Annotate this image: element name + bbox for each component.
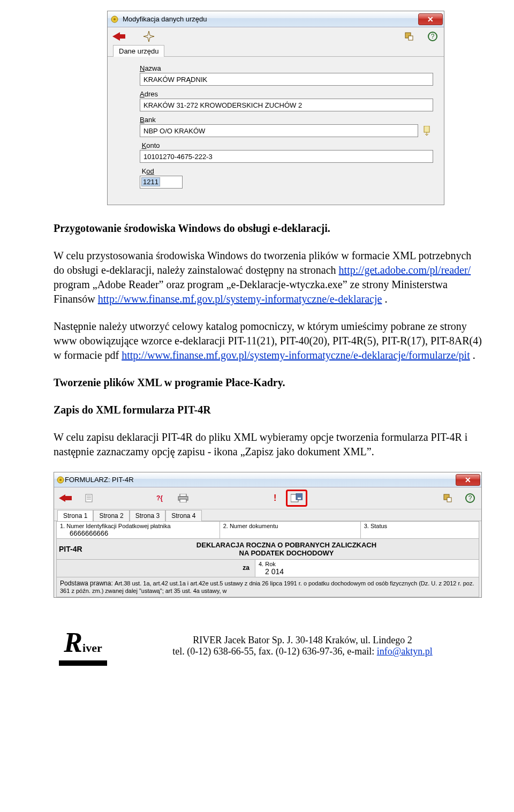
svg-rect-22 (447, 498, 451, 502)
tool-icon[interactable] (402, 31, 416, 42)
label-rok: 4. Rok (259, 561, 475, 567)
heading-save-pit4r: Zapis do XML formularza PIT-4R (54, 403, 482, 417)
label-adres: Adres (140, 90, 433, 98)
label-nip: 1. Numer Identyfikacji Podatkowej płatni… (60, 523, 216, 529)
value-rok: 2 014 (259, 567, 475, 576)
dialog-title: Modyfikacja danych urzędu (123, 15, 418, 23)
tab-strona-1[interactable]: Strona 1 (57, 510, 93, 521)
footer-line2-text: tel. (0-12) 638-66-55, fax. (0-12) 636-9… (172, 646, 376, 657)
svg-marker-2 (112, 32, 125, 41)
app-icon (110, 14, 119, 24)
paragraph-env: W celu przystosowania środowiska Windows… (54, 249, 482, 306)
cell-nip: 1. Numer Identyfikacji Podatkowej płatni… (57, 522, 220, 538)
input-konto[interactable] (140, 150, 433, 163)
form-title-line1: DEKLARACJA ROCZNA O POBRANYCH ZALICZKACH (97, 541, 475, 549)
page-footer: River RIVER Jacek Bator Sp. J. 30-148 Kr… (54, 619, 482, 667)
link-mf-edeklaracje[interactable]: http://www.finanse.mf.gov.pl/systemy-inf… (98, 293, 382, 305)
kod-selection: 1211 (141, 177, 160, 186)
close-button[interactable]: ✕ (456, 474, 480, 486)
footer-text: RIVER Jacek Bator Sp. J. 30-148 Kraków, … (123, 635, 482, 657)
page-icon[interactable] (82, 492, 96, 504)
svg-point-9 (59, 479, 62, 481)
titlebar2[interactable]: FORMULARZ: PIT-4R ✕ (54, 472, 481, 487)
label-kod: .Kod (140, 167, 433, 175)
dialog-modify-office: Modyfikacja danych urzędu ✕ (107, 11, 444, 205)
form-code: PIT-4R (57, 539, 94, 559)
tab-strip: Dane urzędu (108, 44, 444, 57)
river-logo: River (54, 625, 112, 667)
input-nazwa[interactable] (140, 73, 433, 86)
svg-rect-11 (86, 494, 92, 502)
svg-rect-17 (180, 499, 186, 502)
help-icon[interactable]: ? (463, 492, 477, 504)
tab-strona-4[interactable]: Strona 4 (165, 510, 201, 521)
toolbar2: ?{ ! (54, 487, 481, 509)
svg-rect-15 (180, 494, 186, 497)
dialog-formularz-pit4r: FORMULARZ: PIT-4R ✕ ?{ ! (54, 472, 482, 598)
save-xml-icon[interactable] (290, 492, 304, 504)
cell-status: 3. Status (361, 522, 479, 538)
paragraph-catalog: Następnie należy utworzyć celowy katalog… (54, 319, 482, 363)
heading-creating-xml: Tworzenie plików XML w programie Płace-K… (54, 375, 482, 390)
print-icon[interactable] (176, 492, 190, 504)
input-kod[interactable]: 1211 (140, 176, 183, 189)
heading-prep-env: Przygotowanie środowiska Windows do obsł… (54, 221, 482, 236)
svg-text:?: ? (468, 494, 472, 502)
year-box: 4. Rok 2 014 (255, 560, 479, 577)
cell-numer-dok: 2. Numer dokumentu (220, 522, 361, 538)
document-body: Przygotowanie środowiska Windows do obsł… (54, 221, 482, 459)
paragraph-save-pit4r: W celu zapisu deklaracji PIT-4R do pliku… (54, 430, 482, 459)
form-body: Nazwa Adres Bank (108, 57, 444, 205)
link-formularze-pit[interactable]: http://www.finanse.mf.gov.pl/systemy-inf… (122, 349, 470, 361)
input-bank[interactable] (140, 124, 418, 137)
svg-marker-10 (59, 494, 72, 502)
svg-rect-7 (424, 126, 429, 132)
form-title-line2: NA PODATEK DOCHODOWY (97, 549, 475, 557)
svg-text:?: ? (431, 33, 435, 40)
sparkle-icon[interactable] (142, 31, 156, 42)
svg-point-1 (114, 18, 116, 20)
input-adres[interactable] (140, 99, 433, 111)
warning-icon: ! (274, 493, 276, 503)
toolbar: ? (108, 27, 444, 44)
titlebar[interactable]: Modyfikacja danych urzędu ✕ (108, 11, 444, 27)
label-nazwa: Nazwa (140, 64, 433, 72)
tab-strona-2[interactable]: Strona 2 (93, 510, 129, 521)
svg-rect-4 (409, 36, 413, 40)
value-nip: 6666666666 (60, 529, 216, 537)
tab-dane-urzedu[interactable]: Dane urzędu (113, 45, 164, 57)
help-icon[interactable]: ? (426, 31, 440, 42)
text-podstawa: Art.38 ust. 1a, art.42 ust.1a i art.42e … (60, 580, 474, 594)
label-bank: Bank (140, 116, 433, 124)
app-icon (56, 476, 65, 484)
label-status: 3. Status (364, 523, 475, 529)
close-icon: ✕ (465, 476, 471, 484)
footer-email-link[interactable]: info@aktyn.pl (377, 646, 433, 657)
label-podstawa: Podstawa prawna: (60, 580, 113, 587)
page-tabs: Strona 1 Strona 2 Strona 3 Strona 4 (54, 509, 481, 521)
header-row: 1. Numer Identyfikacji Podatkowej płatni… (57, 522, 479, 539)
tool-icon[interactable] (441, 492, 455, 504)
svg-rect-20 (298, 498, 301, 499)
back-icon[interactable] (112, 31, 126, 42)
close-button[interactable]: ✕ (418, 13, 443, 25)
back-icon[interactable] (58, 492, 72, 504)
close-icon: ✕ (427, 16, 434, 23)
legal-basis-row: Podstawa prawna: Art.38 ust. 1a, art.42 … (57, 577, 479, 597)
label-za: za (57, 560, 255, 577)
footer-line1: RIVER Jacek Bator Sp. J. 30-148 Kraków, … (123, 635, 482, 646)
help-hint-icon[interactable]: ?{ (153, 492, 167, 504)
bank-picker-icon[interactable] (421, 126, 433, 136)
declaration-title-row: PIT-4R DEKLARACJA ROCZNA O POBRANYCH ZAL… (57, 539, 479, 560)
year-row: za 4. Rok 2 014 (57, 560, 479, 577)
tab-strona-3[interactable]: Strona 3 (130, 510, 165, 521)
form-grid: 1. Numer Identyfikacji Podatkowej płatni… (56, 521, 479, 597)
label-konto: .Konto (140, 141, 433, 149)
link-adobe-reader[interactable]: http://get.adobe.com/pl/reader/ (339, 264, 471, 276)
label-numer-dok: 2. Numer dokumentu (223, 523, 357, 529)
save-xml-highlight (286, 490, 307, 507)
dialog2-title: FORMULARZ: PIT-4R (65, 476, 456, 484)
